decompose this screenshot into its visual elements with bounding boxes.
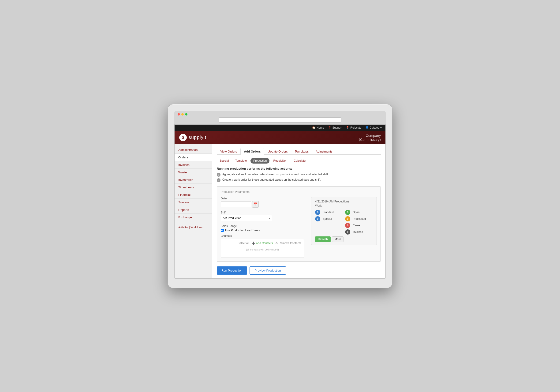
preview-production-button[interactable]: Preview Production (250, 266, 286, 275)
tab-view-orders[interactable]: View Orders (217, 148, 240, 155)
more-button[interactable]: More (332, 236, 343, 242)
sidebar-item-administration[interactable]: Administration (175, 146, 212, 154)
company-name: Company (359, 134, 381, 138)
logo-icon: S (179, 134, 187, 141)
invoiced-label: Invoiced (353, 230, 373, 234)
sales-range-label: Sales Range (221, 224, 304, 228)
sidebar-footer-activities[interactable]: Activities (178, 226, 188, 229)
contacts-hint: (all contacts will be included) (224, 246, 301, 253)
nav-support[interactable]: ❓ Support (328, 126, 342, 129)
step-1-text: Aggregate values from sales orders based… (222, 173, 329, 176)
nav-support-label: Support (332, 126, 342, 129)
description-title: Running production performs the followin… (217, 167, 381, 170)
shift-select[interactable]: AM Production PM Production (221, 215, 272, 221)
work-summary-date: 4/21/2019 (AM Production) (315, 200, 373, 203)
work-actions: Refresh More (315, 236, 373, 242)
closed-label: Closed (353, 224, 373, 227)
step-badge-2: 2 (217, 178, 220, 182)
remove-contacts-link[interactable]: ⚙ Remove Contacts (275, 241, 301, 245)
open-count: 0 (347, 211, 349, 214)
dot-red[interactable] (178, 113, 180, 116)
contacts-box: ☰ Select All ➕ Add Contacts (221, 239, 304, 258)
sidebar-label-administration: Administration (178, 148, 198, 151)
tab-special[interactable]: Special (217, 158, 231, 163)
tab-adjustments[interactable]: Adjustments (312, 148, 336, 155)
dot-green[interactable] (185, 113, 188, 116)
date-input[interactable] (221, 201, 251, 207)
standard-count: 0 (317, 211, 319, 214)
run-production-button[interactable]: Run Production (217, 266, 247, 275)
sidebar-label-waste: Waste (178, 171, 187, 174)
lead-times-row: Use Production Lead Times (221, 229, 304, 232)
work-summary-type: Work (315, 204, 373, 207)
nav-relocate-label: Relocate (350, 126, 361, 129)
contacts-label: Contacts (221, 234, 304, 238)
sidebar-item-waste[interactable]: Waste (175, 169, 212, 176)
params-row: Date 📅 Shift (221, 197, 377, 258)
special-count-badge: 0 (315, 216, 320, 221)
add-contacts-link[interactable]: ➕ Add Contacts (252, 241, 273, 245)
tab-template[interactable]: Template (232, 158, 250, 163)
sidebar-label-surveys: Surveys (178, 201, 189, 204)
lead-times-checkbox[interactable] (221, 229, 224, 232)
tab-templates[interactable]: Templates (291, 148, 312, 155)
nav-relocate[interactable]: 📍 Relocate (346, 126, 361, 129)
select-all-link[interactable]: ☰ Select All (234, 241, 249, 245)
add-contacts-icon: ➕ (252, 241, 255, 245)
tabs-secondary: Special Template Production Requisition … (217, 158, 381, 163)
sidebar-label-exchange: Exchange (178, 216, 192, 219)
sidebar-item-surveys[interactable]: Surveys (175, 199, 212, 206)
shift-select-wrapper: AM Production PM Production (221, 215, 272, 221)
tab-add-orders[interactable]: Add Orders (240, 148, 264, 155)
work-row-standard: 0 Standard 0 Open (315, 210, 373, 215)
tab-requisition[interactable]: Requisition (270, 158, 290, 163)
step-2: 2 Create a work order for those aggregat… (217, 178, 381, 182)
top-nav: 🏠 Home ❓ Support 📍 Relocate 👤 Catalog ▾ (175, 125, 385, 131)
shift-group: Shift AM Production PM Production (221, 211, 304, 221)
sidebar-footer: Activities | Workflows (175, 223, 212, 231)
tab-update-orders[interactable]: Update Orders (264, 148, 291, 155)
nav-home-label: Home (317, 126, 324, 129)
laptop-frame: 🏠 Home ❓ Support 📍 Relocate 👤 Catalog ▾ … (168, 104, 392, 288)
nav-catalog-label: Catalog (370, 126, 379, 129)
sidebar-item-orders[interactable]: Orders (175, 154, 212, 161)
closed-count: 0 (347, 224, 349, 227)
sidebar-item-reports[interactable]: Reports (175, 206, 212, 214)
sidebar-item-inventories[interactable]: Inventories (175, 176, 212, 184)
tab-calculator[interactable]: Calculator (291, 158, 309, 163)
date-input-group: 📅 (221, 201, 304, 208)
nav-catalog[interactable]: 👤 Catalog ▾ (365, 126, 382, 129)
open-label: Open (353, 211, 373, 214)
tab-template-label: Template (235, 159, 247, 162)
support-icon: ❓ (328, 126, 331, 129)
tab-production[interactable]: Production (250, 158, 270, 163)
date-label: Date (221, 197, 304, 200)
sidebar-item-timesheets[interactable]: Timesheets (175, 184, 212, 191)
sidebar-item-invoices[interactable]: Invoices (175, 161, 212, 169)
shift-label: Shift (221, 211, 304, 214)
sales-range-section: Sales Range Use Production Lead Times (221, 224, 304, 232)
address-bar[interactable] (219, 117, 341, 122)
tab-templates-label: Templates (295, 150, 309, 153)
refresh-button[interactable]: Refresh (315, 236, 331, 242)
invoiced-count-badge: 0 (345, 229, 350, 235)
sidebar-footer-workflows[interactable]: Workflows (190, 226, 202, 229)
sidebar-item-exchange[interactable]: Exchange (175, 214, 212, 221)
nav-home[interactable]: 🏠 Home (312, 126, 324, 129)
sidebar-label-reports: Reports (178, 208, 189, 211)
remove-contacts-label: Remove Contacts (279, 241, 301, 245)
special-label: Special (323, 217, 343, 221)
params-box: Production Parameters Date 📅 (217, 186, 381, 262)
dot-yellow[interactable] (181, 113, 184, 116)
sidebar-label-financial: Financial (178, 193, 190, 197)
standard-count-badge: 0 (315, 210, 320, 215)
tab-requisition-label: Requisition (273, 159, 287, 162)
work-row-closed: 0 Closed (315, 223, 373, 228)
processed-label: Processed (353, 217, 373, 221)
calendar-button[interactable]: 📅 (252, 201, 259, 208)
sidebar-item-financial[interactable]: Financial (175, 191, 212, 199)
tab-calculator-label: Calculator (294, 159, 307, 162)
home-icon: 🏠 (312, 126, 316, 129)
contacts-actions: ☰ Select All ➕ Add Contacts (224, 241, 301, 245)
remove-contacts-icon: ⚙ (275, 241, 278, 245)
